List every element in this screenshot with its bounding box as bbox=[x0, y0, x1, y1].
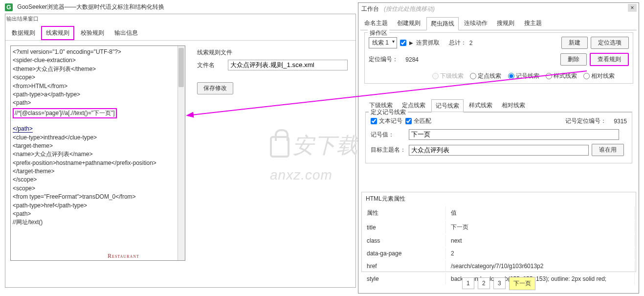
xml-line: <from type="FreeFormat">transDOM_0</from… bbox=[13, 193, 183, 201]
attr-key: class bbox=[363, 235, 446, 247]
xml-line: <?xml version="1.0" encoding="UTF-8"?> bbox=[13, 48, 183, 56]
total-label: 总计： bbox=[449, 39, 466, 47]
page-1[interactable]: 1 bbox=[462, 277, 474, 289]
tab-clue-rule[interactable]: 线索规则 bbox=[41, 26, 74, 40]
xml-line: <theme>大众点评列表</theme> bbox=[13, 65, 183, 73]
table-row[interactable]: classnext bbox=[363, 235, 635, 247]
attr-key: data-ga-page bbox=[363, 248, 446, 259]
radio-subclue bbox=[432, 73, 439, 79]
workbench-tabs: 命名主题 创建规则 爬虫路线 连续动作 搜规则 搜主题 bbox=[360, 17, 637, 30]
delete-button[interactable]: 删除 bbox=[560, 53, 587, 66]
workbench-hint: (按住此处拖拽移动) bbox=[384, 5, 435, 12]
xml-line: <path-type>a</path-type> bbox=[13, 91, 183, 99]
tab-continuous-action[interactable]: 连续动作 bbox=[460, 17, 491, 29]
filename-input[interactable] bbox=[228, 60, 348, 70]
tab-validate-rule[interactable]: 校验规则 bbox=[76, 26, 109, 40]
table-row[interactable]: href/search/category/7/10/g103r6013p2 bbox=[363, 260, 635, 272]
mark-locate-no-value: 9315 bbox=[614, 118, 627, 125]
html-attr-panel: HTML元素属性 属性值 title下一页 classnext data-ga-… bbox=[361, 192, 636, 272]
xml-line: </path> bbox=[13, 125, 33, 133]
page-3[interactable]: 3 bbox=[493, 277, 506, 289]
attr-key: title bbox=[363, 221, 446, 234]
radio-style[interactable] bbox=[546, 73, 552, 79]
tab-name-theme[interactable]: 命名主题 bbox=[360, 17, 392, 29]
xml-line: </scope> bbox=[13, 176, 183, 184]
mark-value-input[interactable] bbox=[409, 129, 619, 140]
xml-line: <path> bbox=[13, 99, 183, 107]
app-title: GooSeeker浏览器——大数据时代语义标注和结构化转换 bbox=[17, 3, 164, 11]
tab-data-rule[interactable]: 数据规则 bbox=[7, 26, 40, 40]
locate-options-button[interactable]: 定位选项 bbox=[591, 37, 629, 49]
arrow-right-icon: ▶ bbox=[409, 40, 413, 46]
radio-relative[interactable] bbox=[583, 73, 590, 79]
locate-no-value: 9284 bbox=[405, 56, 419, 63]
radio-fixed[interactable] bbox=[470, 73, 476, 79]
table-row[interactable]: data-ga-page2 bbox=[363, 248, 635, 259]
xml-line: <from>HTML</from> bbox=[13, 82, 183, 91]
xml-line: <name>大众点评列表</name> bbox=[13, 150, 183, 159]
radio-relative-label: 相对线索 bbox=[591, 72, 615, 79]
full-match-label: 全匹配 bbox=[414, 117, 431, 125]
radio-mark-label: 记号线索 bbox=[516, 72, 539, 79]
html-attr-title: HTML元素属性 bbox=[362, 192, 636, 205]
attr-val: 下一页 bbox=[447, 221, 635, 234]
tab-crawler-route[interactable]: 爬虫路线 bbox=[426, 17, 459, 30]
subtab-mark[interactable]: 记号线索 bbox=[431, 99, 464, 113]
xml-line: <target-theme> bbox=[13, 142, 183, 150]
clue-type-radio-group: 下级线索 定点线索 记号线索 样式线索 相对线索 bbox=[369, 70, 629, 81]
page-next[interactable]: 下一页 bbox=[509, 277, 535, 290]
locate-no-label: 定位编号： bbox=[369, 55, 398, 64]
xml-line: <scope> bbox=[13, 184, 183, 193]
workbench-panel: 工作台 (按住此处拖拽移动) × 命名主题 创建规则 爬虫路线 连续动作 搜规则… bbox=[358, 2, 639, 294]
xml-line: <path> bbox=[13, 210, 183, 218]
tab-output-info[interactable]: 输出信息 bbox=[110, 26, 142, 40]
tab-create-rule[interactable]: 创建规则 bbox=[393, 17, 424, 29]
close-icon[interactable]: × bbox=[628, 4, 637, 12]
attr-head-prop: 属性 bbox=[363, 206, 446, 220]
app-logo: G bbox=[5, 3, 13, 11]
radio-style-label: 样式线索 bbox=[554, 72, 577, 79]
radio-fixed-label: 定点线索 bbox=[478, 72, 501, 79]
target-theme-label: 目标主题名： bbox=[371, 146, 406, 154]
output-window-title: 输出结果窗口 bbox=[6, 15, 39, 23]
xml-rule-editor[interactable]: <?xml version="1.0" encoding="UTF-8"?> <… bbox=[10, 46, 185, 261]
scrollbar[interactable] bbox=[178, 46, 185, 260]
new-button[interactable]: 新建 bbox=[561, 37, 588, 49]
continuous-crawl-checkbox[interactable] bbox=[400, 40, 406, 46]
attr-key: href bbox=[363, 260, 446, 272]
xml-line: <clue-type>inthread</clue-type> bbox=[13, 134, 183, 142]
xpath-highlight: //*[@class='page']//a[.//text()="下一页"] bbox=[13, 108, 117, 118]
define-mark-clue: 定义记号线索 文本记号 全匹配 记号定位编号： 9315 记号值： 目标主题名：… bbox=[365, 112, 632, 163]
text-mark-label: 文本记号 bbox=[379, 117, 402, 125]
attr-val: next bbox=[447, 235, 635, 247]
who-using-button[interactable]: 谁在用 bbox=[592, 144, 624, 156]
workbench-title: 工作台 bbox=[361, 5, 379, 12]
view-rules-button[interactable]: 查看规则 bbox=[590, 53, 629, 66]
xml-line: //网址/text() bbox=[13, 218, 183, 227]
page-2[interactable]: 2 bbox=[478, 277, 490, 289]
subtab-relative[interactable]: 相对线索 bbox=[498, 99, 529, 112]
xml-line: </target-theme> bbox=[13, 167, 183, 176]
output-window: 输出结果窗口 数据规则 线索规则 校验规则 输出信息 <?xml version… bbox=[5, 14, 356, 288]
attr-head-val: 值 bbox=[447, 206, 635, 220]
total-value: 2 bbox=[469, 40, 473, 46]
attr-table: 属性值 title下一页 classnext data-ga-page2 hre… bbox=[362, 205, 636, 286]
tab-search-theme[interactable]: 搜主题 bbox=[520, 17, 546, 29]
tab-search-rule[interactable]: 搜规则 bbox=[493, 17, 518, 29]
mark-value-label: 记号值： bbox=[371, 131, 406, 139]
clue-select[interactable]: 线索 1 bbox=[369, 37, 397, 48]
full-match-checkbox[interactable] bbox=[405, 118, 412, 124]
define-title: 定义记号线索 bbox=[369, 108, 408, 116]
operation-area: 操作区 线索 1 ▶ 连贯抓取 总计： 2 新建 定位选项 定位编号： 9284… bbox=[364, 32, 633, 84]
table-row[interactable]: title下一页 bbox=[363, 221, 635, 234]
op-area-title: 操作区 bbox=[368, 29, 389, 37]
subtab-style[interactable]: 样式线索 bbox=[465, 99, 496, 112]
xml-line: <prefix-position>hostname+pathname</pref… bbox=[13, 159, 183, 167]
text-mark-checkbox[interactable] bbox=[371, 118, 377, 124]
filename-label: 文件名 bbox=[197, 61, 226, 70]
xml-line: <spider-clue-extraction> bbox=[13, 56, 183, 65]
continuous-crawl-label: 连贯抓取 bbox=[416, 39, 440, 47]
target-theme-input[interactable] bbox=[409, 145, 589, 156]
radio-mark[interactable] bbox=[508, 73, 514, 79]
save-button[interactable]: 保存修改 bbox=[197, 82, 233, 94]
